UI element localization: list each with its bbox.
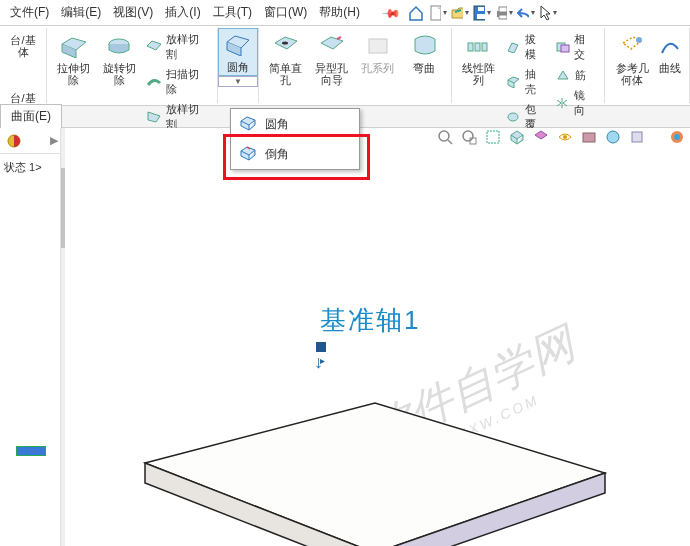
fillet-dropdown-caret[interactable]: ▼ xyxy=(218,76,258,87)
wrap-feat-icon xyxy=(505,109,521,125)
svg-rect-9 xyxy=(369,39,387,53)
curves-button[interactable]: 曲线 xyxy=(655,30,685,88)
tab-surface[interactable]: 曲面(E) xyxy=(0,104,62,129)
fillet-button[interactable]: 圆角 xyxy=(218,28,258,76)
zoom-area-icon[interactable] xyxy=(460,128,478,146)
apply-texture-icon[interactable] xyxy=(604,128,622,146)
lp-indicator xyxy=(16,446,46,456)
menu-insert[interactable]: 插入(I) xyxy=(159,0,206,25)
state-label: 状态 1> xyxy=(0,154,64,181)
menu-tools[interactable]: 工具(T) xyxy=(207,0,258,25)
svg-rect-23 xyxy=(583,133,595,142)
svg-rect-10 xyxy=(468,43,473,51)
simple-hole-icon xyxy=(272,32,300,60)
view-orient-icon[interactable] xyxy=(508,128,526,146)
new-doc-icon[interactable] xyxy=(429,4,447,22)
svg-point-16 xyxy=(636,37,642,43)
simple-hole-button[interactable]: 简单直 孔 xyxy=(263,30,309,88)
rib-icon xyxy=(555,67,571,83)
svg-point-8 xyxy=(282,42,288,45)
save-icon[interactable] xyxy=(473,4,491,22)
mirror-icon xyxy=(555,95,571,111)
svg-rect-20 xyxy=(470,138,476,144)
sweep-cut-icon xyxy=(146,74,162,90)
open-icon[interactable] xyxy=(451,4,469,22)
curves-icon xyxy=(656,32,684,60)
datum-axis-label[interactable]: 基准轴1 xyxy=(320,303,420,338)
hole-series-button[interactable]: 孔系列 xyxy=(355,30,401,88)
hide-show-icon[interactable] xyxy=(556,128,574,146)
intersect-icon xyxy=(555,39,571,55)
draft-button[interactable]: 拔模 xyxy=(501,30,550,64)
datum-arrow-icon[interactable]: ↓▸ xyxy=(314,352,328,373)
svg-point-13 xyxy=(508,113,518,121)
svg-rect-21 xyxy=(487,131,499,143)
datum-handle[interactable] xyxy=(316,342,326,352)
color-ball-icon xyxy=(6,133,22,149)
svg-rect-11 xyxy=(475,43,480,51)
display-style-icon[interactable] xyxy=(532,128,550,146)
model-slab[interactable] xyxy=(115,363,645,546)
menu-help[interactable]: 帮助(H) xyxy=(313,0,366,25)
svg-point-19 xyxy=(463,131,473,141)
chamfer-icon xyxy=(239,145,257,163)
fillet-icon xyxy=(224,31,252,59)
print-icon[interactable] xyxy=(495,4,513,22)
scrollbar-track[interactable] xyxy=(60,128,65,546)
wrap-button[interactable]: 弯曲 xyxy=(401,30,447,88)
revolve-cut-button[interactable]: 旋转切 除 xyxy=(96,30,141,134)
hole-series-icon xyxy=(364,32,392,60)
fillet-icon xyxy=(239,115,257,133)
shell-icon xyxy=(505,74,521,90)
feature-tree-panel: ▶ 状态 1> xyxy=(0,128,65,546)
intersect-button[interactable]: 相交 xyxy=(551,30,600,64)
undo-icon[interactable] xyxy=(517,4,535,22)
linear-pattern-icon xyxy=(465,32,493,60)
menu-file[interactable]: 文件(F) xyxy=(4,0,55,25)
loft-cut-icon xyxy=(146,39,162,55)
menu-view[interactable]: 视图(V) xyxy=(107,0,159,25)
edit-scene-icon[interactable] xyxy=(580,128,598,146)
hole-wizard-button[interactable]: 异型孔 向导 xyxy=(309,30,355,88)
loft-cut2-icon xyxy=(146,109,162,125)
svg-point-27 xyxy=(674,134,680,140)
dropdown-chamfer[interactable]: 倒角 xyxy=(231,139,359,169)
dropdown-fillet[interactable]: 圆角 xyxy=(231,109,359,139)
view-settings-icon[interactable] xyxy=(628,128,646,146)
svg-rect-3 xyxy=(478,7,484,11)
rib-button[interactable]: 筋 xyxy=(551,65,600,85)
mirror-button[interactable]: 镜向 xyxy=(551,86,600,120)
fillet-dropdown-menu: 圆角 倒角 xyxy=(230,108,360,170)
pin-icon[interactable]: 📌 xyxy=(381,2,402,23)
svg-rect-12 xyxy=(482,43,487,51)
loft-cut-button[interactable]: 放样切割 xyxy=(142,30,213,64)
shell-button[interactable]: 抽壳 xyxy=(501,65,550,99)
section-view-icon[interactable] xyxy=(484,128,502,146)
linear-pattern-button[interactable]: 线性阵 列 xyxy=(456,30,501,134)
menu-edit[interactable]: 编辑(E) xyxy=(55,0,107,25)
svg-rect-6 xyxy=(499,15,507,19)
scrollbar-thumb[interactable] xyxy=(61,168,65,248)
appearance-icon[interactable] xyxy=(668,128,686,146)
chevron-right-icon: ▶ xyxy=(50,134,58,147)
revolve-cut-icon xyxy=(105,32,133,60)
ref-geom-button[interactable]: 参考几 何体 xyxy=(609,30,655,88)
draft-icon xyxy=(505,39,521,55)
svg-rect-5 xyxy=(499,7,507,12)
menu-window[interactable]: 窗口(W) xyxy=(258,0,313,25)
svg-rect-2 xyxy=(477,14,485,19)
sweep-cut-button[interactable]: 扫描切除 xyxy=(142,65,213,99)
select-cursor-icon[interactable] xyxy=(539,4,557,22)
home-icon[interactable] xyxy=(407,4,425,22)
zoom-fit-icon[interactable] xyxy=(436,128,454,146)
ref-geom-icon xyxy=(618,32,646,60)
svg-point-24 xyxy=(607,131,619,143)
extrude-cut-icon xyxy=(60,32,88,60)
wrap-icon xyxy=(410,32,438,60)
svg-rect-25 xyxy=(632,132,642,142)
svg-rect-15 xyxy=(561,45,569,52)
lp-config-row[interactable]: ▶ xyxy=(0,128,64,154)
svg-point-18 xyxy=(439,131,449,141)
view-toolbar xyxy=(436,128,686,146)
hole-wizard-icon xyxy=(318,32,346,60)
